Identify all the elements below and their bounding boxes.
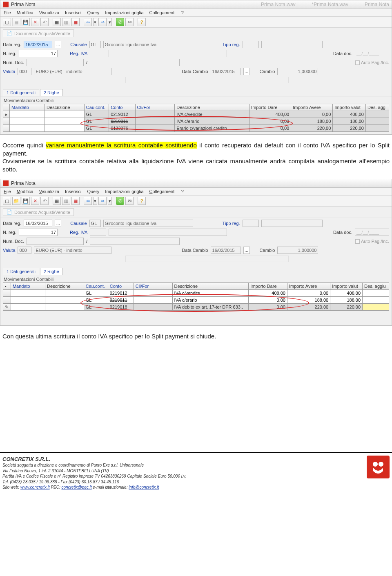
prev-icon[interactable]: ⇦ (84, 18, 92, 26)
col-dare[interactable]: Importo Dare (249, 283, 287, 290)
menu-file[interactable]: File (4, 10, 11, 15)
autopag-checkbox[interactable]: Auto Pag./Inc. (355, 239, 389, 244)
menu-help[interactable]: ? (181, 189, 184, 194)
autopag-checkbox[interactable]: Auto Pag./Inc. (355, 60, 389, 65)
footer-link-web[interactable]: www.concretix.it (20, 485, 50, 489)
doc-acquisti-button[interactable]: 📄 Documento Acquisti/Vendite (3, 29, 74, 37)
next-drop-icon[interactable]: ▾ (108, 18, 112, 26)
prev-icon[interactable]: ⇦ (84, 197, 92, 205)
menu-visualizza[interactable]: Visualizza (39, 189, 59, 194)
menu-impostazioni[interactable]: Impostazioni griglia (105, 10, 143, 15)
col-desagg[interactable]: Des. agg (365, 104, 389, 111)
menu-modifica[interactable]: Modifica (17, 10, 33, 15)
doc-acquisti-button[interactable]: 📄 Documento Acquisti/Vendite (3, 208, 74, 216)
regiva-field[interactable] (90, 50, 106, 57)
tiporeg-field[interactable] (243, 41, 259, 48)
causale-field[interactable]: GL (89, 41, 101, 48)
menu-help[interactable]: ? (181, 10, 184, 15)
footer-link-email[interactable]: info@concretix.it (129, 485, 159, 489)
table-row[interactable]: GL 0219011 IVA c/erario 0,00 188,00 188,… (3, 118, 389, 125)
save-icon[interactable]: 💾 (22, 18, 30, 26)
numdoc-field2[interactable] (90, 59, 180, 66)
col-clifor[interactable]: Cli/For (134, 283, 172, 290)
table-row[interactable]: ✎ GL 0219018 IVA debito ex art. 17-ter D… (3, 304, 389, 311)
col-caucont[interactable]: Cau.cont. (84, 104, 109, 111)
tab-righe[interactable]: 2 Righe (40, 268, 63, 275)
datacambio-field[interactable]: 16/02/2015 (211, 247, 241, 254)
new-icon[interactable]: ▢ (3, 18, 11, 26)
col-clifor[interactable]: Cli/For (135, 104, 175, 111)
col-descrizione[interactable]: Descrizione (172, 283, 249, 290)
tiporeg-field[interactable] (243, 220, 259, 227)
datacambio-picker[interactable]: ... (243, 247, 250, 254)
col-conto[interactable]: Conto (109, 104, 135, 111)
next-icon[interactable]: ⇨ (98, 197, 107, 205)
col-descrizione-l[interactable]: Descrizione (45, 283, 84, 290)
undo-icon[interactable]: ↶ (40, 18, 49, 26)
menu-inserisci[interactable]: Inserisci (65, 189, 81, 194)
nreg-field[interactable]: 17 (19, 50, 58, 57)
menu-visualizza[interactable]: Visualizza (39, 10, 59, 15)
menu-collegamenti[interactable]: Collegamenti (149, 10, 176, 15)
datareg-field[interactable]: 16/02/2015 (24, 220, 52, 227)
cambio-field[interactable]: 1,000000 (277, 247, 318, 254)
datareg-picker[interactable]: ... (55, 41, 61, 48)
valuta-code[interactable]: 000 (18, 247, 31, 254)
phone-icon[interactable]: ✆ (116, 18, 124, 26)
numdoc-field2[interactable] (90, 238, 180, 245)
datacambio-field[interactable]: 16/02/2015 (211, 68, 241, 75)
footer-link-pec[interactable]: concretix@pec.it (62, 485, 92, 489)
col-dare[interactable]: Importo Dare (249, 104, 291, 111)
grid1-icon[interactable]: ▦ (53, 18, 61, 26)
table-row[interactable]: GL 0219012 IVA c/vendite 408,00 0,00 408… (3, 290, 389, 297)
next-icon[interactable]: ⇨ (98, 18, 107, 26)
cambio-field[interactable]: 1,000000 (277, 68, 318, 75)
grid-del-icon[interactable]: ▦ (71, 197, 80, 205)
col-mandato[interactable]: Mandato (11, 283, 45, 290)
numdoc-field1[interactable] (27, 59, 84, 66)
grid2-icon[interactable]: ▥ (62, 197, 70, 205)
tab-dati-generali[interactable]: 1 Dati generali (3, 89, 39, 96)
help-icon[interactable]: ? (138, 18, 146, 26)
table-row[interactable]: ▸ GL 0219012 IVA c/vendite 408,00 0,00 4… (3, 111, 389, 118)
menu-query[interactable]: Query (87, 189, 99, 194)
prev-drop-icon[interactable]: ▾ (93, 18, 97, 26)
new-icon[interactable]: ▢ (3, 197, 11, 205)
datareg-field[interactable]: 16/02/2015 (24, 41, 52, 48)
delete-icon[interactable]: ✕ (31, 197, 39, 205)
save-icon[interactable]: 💾 (22, 197, 30, 205)
mail-icon[interactable]: ✉ (125, 18, 134, 26)
col-valut[interactable]: Importo valut (333, 104, 366, 111)
menu-file[interactable]: File (4, 189, 11, 194)
col-desagg[interactable]: Des. aggiu (363, 283, 389, 290)
datareg-picker[interactable]: ... (55, 220, 61, 227)
valuta-code[interactable]: 000 (18, 68, 31, 75)
next-drop-icon[interactable]: ▾ (108, 197, 112, 205)
datadoc-field[interactable]: __/__/____ (355, 50, 389, 57)
col-avere[interactable]: Importo Avere (291, 104, 333, 111)
col-mandato[interactable]: Mandato (10, 104, 45, 111)
phone-icon[interactable]: ✆ (116, 197, 124, 205)
col-descrizione-l[interactable]: Descrizione (45, 104, 85, 111)
open-icon[interactable]: ▤ (12, 18, 20, 26)
regiva-field[interactable] (90, 229, 106, 236)
grid2-icon[interactable]: ▥ (62, 18, 70, 26)
menu-inserisci[interactable]: Inserisci (65, 10, 81, 15)
col-valut[interactable]: Importo valut (330, 283, 363, 290)
tab-dati-generali[interactable]: 1 Dati generali (3, 268, 39, 275)
grid1-icon[interactable]: ▦ (53, 197, 61, 205)
menu-impostazioni[interactable]: Impostazioni griglia (105, 189, 143, 194)
tab-righe[interactable]: 2 Righe (40, 89, 63, 96)
nreg-field[interactable]: 17 (19, 229, 58, 236)
prev-drop-icon[interactable]: ▾ (93, 197, 97, 205)
mail-icon[interactable]: ✉ (125, 197, 134, 205)
datadoc-field[interactable]: __/__/____ (355, 229, 389, 236)
table-row[interactable]: GL 0219011 IVA c/erario 0,00 188,00 188,… (3, 297, 389, 304)
menu-collegamenti[interactable]: Collegamenti (149, 189, 176, 194)
menu-modifica[interactable]: Modifica (17, 189, 33, 194)
datacambio-picker[interactable]: ... (243, 68, 250, 75)
open-icon[interactable]: 📁 (12, 197, 20, 205)
col-avere[interactable]: Importo Avere (287, 283, 330, 290)
help-icon[interactable]: ? (138, 197, 146, 205)
table-row[interactable]: GL 0133076 Erario c/variazioni credito 0… (3, 125, 389, 132)
